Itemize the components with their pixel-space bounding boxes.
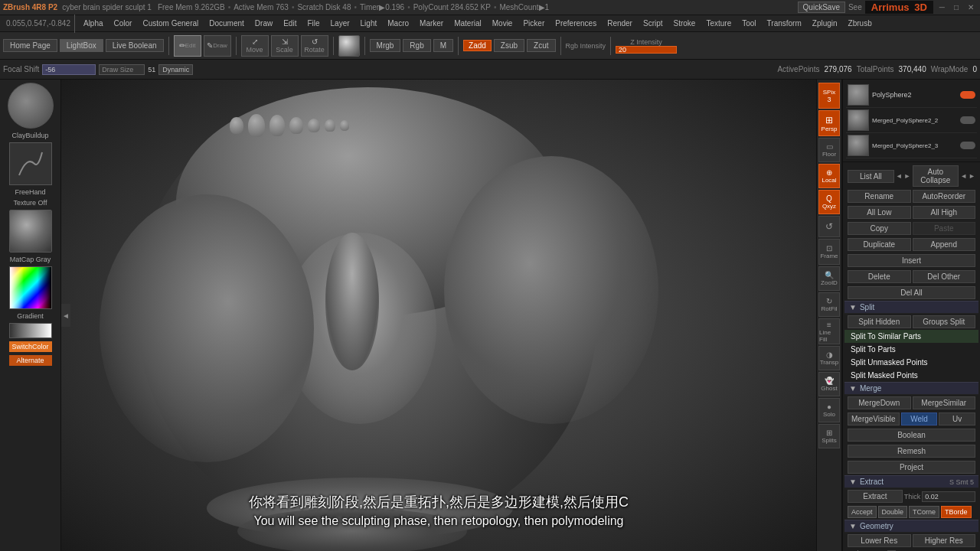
menu-alpha[interactable]: Alpha bbox=[79, 18, 108, 28]
left-scroll-indicator[interactable]: ◄ bbox=[61, 304, 70, 327]
tcorne-button[interactable]: TCorne bbox=[909, 506, 939, 518]
menu-texture[interactable]: Texture bbox=[701, 18, 736, 28]
zadd-button[interactable]: Zadd bbox=[463, 40, 492, 51]
draw-button[interactable]: ✎ Draw bbox=[204, 35, 231, 57]
splits-button[interactable]: ⊞ Splits bbox=[818, 424, 840, 448]
thumb-toggle-polysphere2[interactable] bbox=[960, 91, 975, 99]
split-parts-button[interactable]: Split To Parts bbox=[848, 344, 975, 354]
zooid-button[interactable]: 🔍 ZooID bbox=[818, 266, 840, 291]
frame-button[interactable]: ⊡ Frame bbox=[818, 239, 840, 265]
menu-tool[interactable]: Tool bbox=[737, 18, 760, 28]
merge-down-button[interactable]: MergeDown bbox=[848, 396, 911, 409]
menu-render[interactable]: Render bbox=[603, 18, 637, 28]
uv-button[interactable]: Uv bbox=[939, 412, 975, 425]
maximize-icon[interactable]: □ bbox=[951, 3, 962, 11]
accept-button[interactable]: Accept bbox=[848, 506, 877, 518]
draw-size-slider[interactable]: Draw Size bbox=[99, 64, 145, 75]
menu-custom-general[interactable]: Custom General bbox=[138, 18, 203, 28]
menu-preferences[interactable]: Preferences bbox=[550, 18, 601, 28]
auto-reorder-button[interactable]: AutoReorder bbox=[913, 190, 976, 203]
paste-button[interactable]: Paste bbox=[913, 222, 976, 235]
menu-edit[interactable]: Edit bbox=[279, 18, 301, 28]
boolean-button[interactable]: Boolean bbox=[848, 429, 975, 442]
undo-button[interactable]: ↺ bbox=[818, 216, 840, 237]
menu-picker[interactable]: Picker bbox=[518, 18, 549, 28]
merge-similar-button[interactable]: MergeSimilar bbox=[913, 396, 976, 409]
lightbox-tab[interactable]: LightBox bbox=[60, 39, 103, 52]
zsub-button[interactable]: Zsub bbox=[494, 39, 524, 52]
remesh-button[interactable]: Remesh bbox=[848, 445, 975, 458]
color-picker[interactable] bbox=[9, 266, 52, 309]
menu-zbrusb[interactable]: Zbrusb bbox=[844, 18, 877, 28]
quicksave-btn[interactable]: QuickSave bbox=[798, 2, 845, 13]
menu-transform[interactable]: Transform bbox=[763, 18, 806, 28]
split-similar-button[interactable]: Split To Similar Parts bbox=[848, 331, 975, 341]
menu-light[interactable]: Light bbox=[356, 18, 382, 28]
merge-visible-button[interactable]: MergeVisible bbox=[848, 412, 900, 425]
duplicate-button[interactable]: Duplicate bbox=[848, 238, 911, 251]
menu-draw[interactable]: Draw bbox=[250, 18, 277, 28]
del-all-button[interactable]: Del All bbox=[848, 286, 975, 299]
thumb-toggle-merged2[interactable] bbox=[960, 116, 975, 124]
edit-button[interactable]: ✏ Edit bbox=[174, 35, 201, 57]
menu-document[interactable]: Document bbox=[204, 18, 249, 28]
floor-button[interactable]: ▭ Floor bbox=[818, 138, 840, 162]
lower-res-button[interactable]: Lower Res bbox=[848, 534, 911, 547]
all-low-button[interactable]: All Low bbox=[848, 206, 911, 219]
thumb-toggle-merged3[interactable] bbox=[960, 142, 975, 149]
move-button[interactable]: ⤢ Move bbox=[241, 35, 269, 57]
local-button[interactable]: ⊕ Local bbox=[818, 164, 840, 188]
persp-button[interactable]: ⊞ Persp bbox=[818, 110, 840, 136]
transp-button[interactable]: ◑ Transp bbox=[818, 346, 840, 370]
list-all-button[interactable]: List All bbox=[848, 170, 894, 183]
del-other-button[interactable]: Del Other bbox=[913, 270, 976, 283]
home-page-tab[interactable]: Home Page bbox=[3, 39, 57, 52]
free-hand-brush[interactable] bbox=[9, 142, 52, 185]
menu-zplugin[interactable]: Zplugin bbox=[808, 18, 842, 28]
close-icon[interactable]: ✕ bbox=[965, 3, 977, 11]
geometry-section-header[interactable]: ▼ Geometry bbox=[844, 520, 978, 533]
split-unmasked-button[interactable]: Split Unmasked Points bbox=[848, 357, 975, 367]
z-intensity-slider[interactable]: 20 bbox=[616, 46, 677, 54]
menu-material[interactable]: Material bbox=[449, 18, 486, 28]
groups-split-button[interactable]: Groups Split bbox=[913, 315, 976, 328]
project-button[interactable]: Project bbox=[848, 461, 975, 474]
thumb-item-merged3[interactable]: Merged_PolySphere2_3 bbox=[846, 133, 977, 158]
copy-button[interactable]: Copy bbox=[848, 222, 911, 235]
dynamic-button[interactable]: Dynamic bbox=[158, 64, 193, 75]
double-button[interactable]: Double bbox=[878, 506, 908, 518]
gradient-preview[interactable] bbox=[9, 323, 52, 338]
split-masked-button[interactable]: Split Masked Points bbox=[848, 370, 975, 380]
minimize-icon[interactable]: ─ bbox=[936, 3, 948, 11]
focal-shift-slider[interactable]: -56 bbox=[42, 64, 96, 75]
menu-layer[interactable]: Layer bbox=[326, 18, 354, 28]
menu-movie[interactable]: Movie bbox=[488, 18, 518, 28]
menu-color[interactable]: Color bbox=[109, 18, 137, 28]
append-button[interactable]: Append bbox=[913, 238, 976, 251]
menu-script[interactable]: Script bbox=[639, 18, 668, 28]
switch-color-button[interactable]: SwitchColor bbox=[9, 341, 52, 352]
mrgb-button[interactable]: Mrgb bbox=[370, 39, 401, 52]
thick-input[interactable] bbox=[922, 491, 975, 502]
solo-button[interactable]: ● Solo bbox=[818, 398, 840, 422]
tborde-button[interactable]: TBorde bbox=[941, 506, 972, 518]
menu-stroke[interactable]: Stroke bbox=[669, 18, 701, 28]
spix-button[interactable]: SPix 3 bbox=[818, 83, 840, 109]
delete-button[interactable]: Delete bbox=[848, 270, 911, 283]
live-boolean-tab[interactable]: Live Boolean bbox=[106, 39, 164, 52]
ghost-button[interactable]: 👻 Ghost bbox=[818, 372, 840, 396]
rotate-button[interactable]: ↺ Rotate bbox=[301, 35, 328, 57]
extract-button[interactable]: Extract bbox=[848, 490, 903, 503]
m-button[interactable]: M bbox=[433, 39, 453, 52]
split-hidden-button[interactable]: Split Hidden bbox=[848, 315, 911, 328]
scale-button[interactable]: ⇲ Scale bbox=[271, 35, 299, 57]
insert-button[interactable]: Insert bbox=[848, 254, 975, 267]
qxyz-button[interactable]: Q Qxyz bbox=[818, 190, 840, 214]
split-section-header[interactable]: ▼ Split bbox=[844, 301, 978, 314]
rotfil-button[interactable]: ↻ RotFil bbox=[818, 292, 840, 317]
clay-buildup-brush[interactable] bbox=[8, 83, 54, 129]
alternate-button[interactable]: Alternate bbox=[9, 355, 52, 366]
thumb-item-merged2[interactable]: Merged_PolySphere2_2 bbox=[846, 108, 977, 133]
menu-macro[interactable]: Macro bbox=[383, 18, 413, 28]
all-high-button[interactable]: All High bbox=[913, 206, 976, 219]
